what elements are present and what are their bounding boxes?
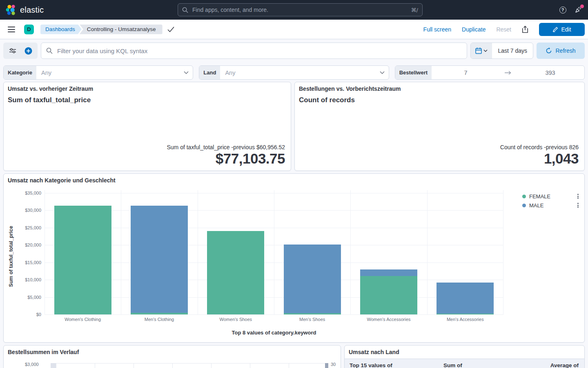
chart-plot-area [56,363,328,368]
column-header[interactable]: Average of [550,362,579,368]
bar-male-men-s-clothing[interactable] [131,206,188,312]
control-label: Bestellwert [395,66,432,79]
gridline-v [350,190,351,314]
share-icon[interactable] [522,26,528,33]
bar-female-men-s-shoes[interactable] [284,313,341,314]
chart-plot-area [45,190,503,314]
legend-actions-icon[interactable] [577,202,579,209]
edit-button[interactable]: Edit [539,23,585,36]
y-tick-label: $5,000 [27,295,41,300]
global-search-input[interactable] [192,6,408,13]
dashboard-top-nav: D Dashboards Controlling - Umsatzanalyse… [0,20,588,39]
table-header-row: Top 15 values of Sum of Average of [345,359,584,368]
space-avatar[interactable]: D [24,25,34,34]
chevron-down-icon [483,49,488,52]
calendar-icon[interactable] [471,43,492,58]
metric-value: 1,043 [500,151,579,166]
breadcrumb-dashboards[interactable]: Dashboards [40,25,82,34]
gridline-v [121,190,121,314]
bar [51,363,56,368]
range-to-input[interactable]: 393 [516,66,584,79]
saved-check-icon [167,27,174,32]
panel-title: Umsatz nach Land [345,346,584,355]
legend-label: FEMALE [529,193,573,200]
control-kategorie-select[interactable]: Any [36,66,184,79]
control-land: Land Any [199,65,389,80]
y-tick-label: $3,000 [25,362,39,367]
legend-item-female[interactable]: FEMALE [522,192,579,201]
legend-actions-icon[interactable] [577,193,579,200]
control-land-select[interactable]: Any [220,66,379,79]
x-tick-label: Men's Accessories [427,317,503,322]
panel-title: Umsatz vs. vorheriger Zeitraum [4,82,291,92]
metric-value: $77,103.75 [167,151,285,166]
breadcrumb: Dashboards Controlling - Umsatzanalyse [40,25,163,34]
bar-female-women-s-accessories[interactable] [360,276,417,314]
column-header[interactable]: Sum of [443,362,550,368]
control-bestellwert: Bestellwert 7 393 [395,65,585,80]
panel-title: Umsatz nach Kategorie und Geschlecht [4,174,584,184]
x-tick-label: Women's Accessories [350,317,427,322]
refresh-button[interactable]: Refresh [537,43,585,59]
metric-label: Count of records [295,92,584,104]
bar-female-women-s-clothing[interactable] [54,206,111,314]
panel-bestellungen-vs-vorher: Bestellungen vs. Vorberichtszeitraum Cou… [294,82,585,171]
reset-button[interactable]: Reset [496,26,511,33]
full-screen-button[interactable]: Full screen [423,26,451,33]
app-header: elastic ⌘/ ? [0,0,588,20]
bar-female-men-s-accessories[interactable] [437,314,494,314]
bar-female-men-s-clothing[interactable] [131,313,188,314]
gridline-v [274,190,274,314]
legend-label: MALE [529,202,573,209]
search-icon [182,7,188,13]
right-tick-label: 30 [331,362,336,367]
bar-male-women-s-accessories[interactable] [360,269,417,276]
global-search[interactable]: ⌘/ [178,3,423,16]
column-header[interactable]: Top 15 values of [350,362,443,368]
newsfeed-icon[interactable] [574,6,582,14]
help-icon[interactable]: ? [559,6,567,14]
metric-secondary: Sum of taxful_total_price -previous $60,… [167,144,285,150]
duplicate-button[interactable]: Duplicate [462,26,486,33]
x-tick-label: Women's Clothing [45,317,121,322]
panel-umsatz-kategorie-geschlecht: Umsatz nach Kategorie und Geschlecht Sum… [3,173,585,343]
control-label: Kategorie [4,66,36,79]
y-tick-label: $10,000 [25,277,41,282]
panel-bestellsummen-verlauf: Bestellsummen im Verlauf $3,000 30 [3,345,341,368]
kql-filter-bar[interactable] [41,43,467,59]
panel-umsatz-nach-land: Umsatz nach Land Top 15 values of Sum of… [344,345,585,368]
menu-icon[interactable] [8,27,15,32]
breadcrumb-current[interactable]: Controlling - Umsatzanalyse [80,25,163,34]
pencil-icon [552,27,558,32]
filter-button-group [3,43,38,59]
chevron-down-icon[interactable] [380,66,389,79]
kql-input[interactable] [56,47,462,55]
bar-male-men-s-accessories[interactable] [437,283,494,314]
range-from-input[interactable]: 7 [432,66,500,79]
control-kategorie: Kategorie Any [3,65,193,80]
query-bar: Last 7 days Refresh [3,43,585,59]
y-tick-label: $0 [36,312,41,317]
date-picker: Last 7 days [470,43,533,59]
metric-label: Sum of taxful_total_price [4,92,291,104]
legend-item-male[interactable]: MALE [522,201,579,210]
panel-umsatz-vs-vorher: Umsatz vs. vorheriger Zeitraum Sum of ta… [3,82,291,171]
time-range-value[interactable]: Last 7 days [492,43,533,58]
x-tick-label: Women's Shoes [198,317,274,322]
x-axis: Women's ClothingMen's ClothingWomen's Sh… [45,317,503,323]
filter-icon[interactable] [6,44,19,57]
add-filter-icon[interactable] [22,44,35,57]
bar-male-men-s-shoes[interactable] [284,245,341,313]
refresh-button-label: Refresh [555,47,575,54]
x-tick-label: Men's Shoes [274,317,350,322]
y-tick-label: $25,000 [25,225,41,230]
y-axis: $0$5,000$10,000$15,000$20,000$25,000$30,… [4,193,41,314]
legend-dot-icon [522,195,526,198]
elastic-logo[interactable]: elastic [0,4,82,15]
panel-title: Bestellsummen im Verlauf [4,346,341,355]
search-shortcut-hint: ⌘/ [411,7,418,13]
chevron-down-icon[interactable] [184,66,193,79]
bar-female-women-s-shoes[interactable] [207,231,264,314]
arrow-right-icon [500,66,516,79]
gridline-v [503,190,503,314]
